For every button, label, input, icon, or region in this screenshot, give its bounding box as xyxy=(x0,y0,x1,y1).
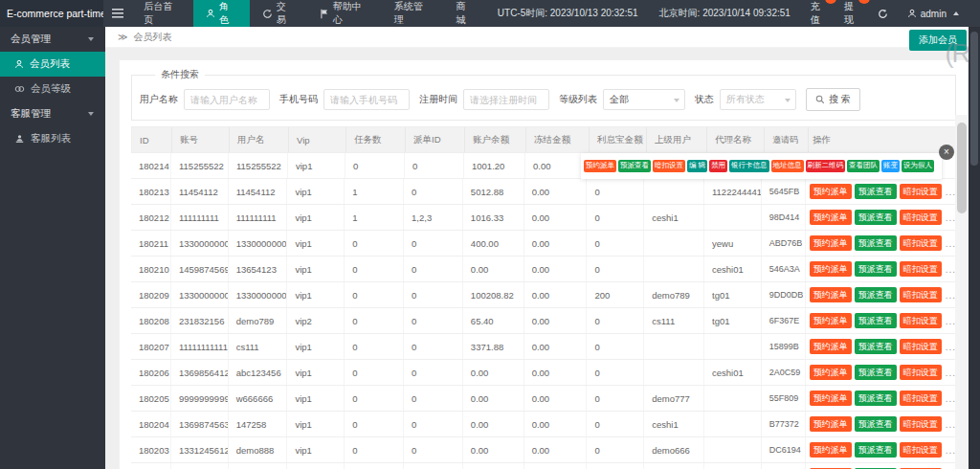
cell-tasks: 0 xyxy=(345,463,404,469)
recharge-label: 充值 xyxy=(811,1,820,25)
popup-action-dispatch-view-button[interactable]: 预派查看 xyxy=(618,160,651,172)
row-action-deduct-setting-button[interactable]: 暗扣设置 xyxy=(900,210,942,224)
select-value: 全部 xyxy=(610,93,629,106)
sidebar-item-member-list[interactable]: 会员列表 xyxy=(0,52,105,77)
link-icon xyxy=(14,84,25,94)
row-action-reserve-dispatch-button[interactable]: 预约派单 xyxy=(810,184,852,198)
row-action-dispatch-view-button[interactable]: 预派查看 xyxy=(855,210,897,224)
row-action-deduct-setting-button[interactable]: 暗扣设置 xyxy=(900,442,942,457)
row-action-deduct-setting-button[interactable]: 暗扣设置 xyxy=(900,391,942,405)
row-action-dispatch-view-button[interactable]: 预派查看 xyxy=(855,416,897,431)
row-action-deduct-setting-button[interactable]: 暗扣设置 xyxy=(900,339,942,353)
user-menu[interactable]: admin xyxy=(898,9,965,19)
cell-vip: vip1 xyxy=(288,153,345,178)
row-action-reserve-dispatch-button[interactable]: 预约派单 xyxy=(810,235,852,250)
page-scrollbar[interactable] xyxy=(969,27,980,469)
cell-account: 115255522 xyxy=(171,153,229,178)
cell-account: 133123123123 xyxy=(171,463,229,469)
popup-action-view-team-button[interactable]: 查看团队 xyxy=(847,160,880,172)
cell-invite-code: 15899B xyxy=(762,334,806,359)
top-menu-trade[interactable]: 交易 xyxy=(250,0,307,27)
top-menu-system[interactable]: 系统管理 xyxy=(382,0,444,27)
cell-actions: 预约派单预派查看暗扣设置... xyxy=(806,179,956,204)
table-scrollbar-thumb[interactable] xyxy=(957,123,967,213)
row-action-dispatch-view-button[interactable]: 预派查看 xyxy=(855,235,897,250)
row-action-dispatch-view-button[interactable]: 预派查看 xyxy=(855,442,897,457)
row-action-dispatch-view-button[interactable]: 预派查看 xyxy=(855,184,897,198)
top-menu-home[interactable]: 后台首页 xyxy=(131,0,193,27)
row-action-reserve-dispatch-button[interactable]: 预约派单 xyxy=(810,339,852,353)
row-action-deduct-setting-button[interactable]: 暗扣设置 xyxy=(900,313,942,327)
regtime-input[interactable] xyxy=(463,89,549,110)
sidebar-item-member-level[interactable]: 会员等级 xyxy=(0,77,105,101)
cell-interest: 0 xyxy=(587,437,644,462)
row-action-reserve-dispatch-button[interactable]: 预约派单 xyxy=(810,287,852,302)
row-action-reserve-dispatch-button[interactable]: 预约派单 xyxy=(810,442,852,457)
chevron-down-icon xyxy=(88,112,94,116)
recharge-link[interactable]: 充值0 xyxy=(801,0,835,27)
popup-action-refresh-qrcode-button[interactable]: 刷新二维码 xyxy=(806,160,846,172)
row-action-dispatch-view-button[interactable]: 预派查看 xyxy=(855,391,897,405)
search-field-username: 用户名称 xyxy=(140,89,270,110)
search-button[interactable]: 搜 索 xyxy=(806,88,860,111)
popup-action-account-change-button[interactable]: 账变 xyxy=(881,160,900,172)
row-action-reserve-dispatch-button[interactable]: 预约派单 xyxy=(810,416,852,431)
column-header-id: ID xyxy=(132,127,172,152)
cell-interest: 0 xyxy=(587,334,644,359)
row-action-dispatch-view-button[interactable]: 预派查看 xyxy=(855,287,897,302)
table-scrollbar[interactable] xyxy=(955,115,969,469)
withdraw-link[interactable]: 提现0 xyxy=(835,0,868,27)
row-action-reserve-dispatch-button[interactable]: 预约派单 xyxy=(810,365,852,379)
cell-vip: vip1 xyxy=(287,386,345,411)
page-scrollbar-thumb[interactable] xyxy=(970,32,978,166)
popup-action-disable-button[interactable]: 禁用 xyxy=(709,160,727,172)
row-action-deduct-setting-button[interactable]: 暗扣设置 xyxy=(900,416,942,431)
top-menu-role[interactable]: 角色 xyxy=(193,0,250,27)
popup-action-edit-button[interactable]: 编 辑 xyxy=(687,160,707,172)
level-select[interactable]: 全部 xyxy=(603,89,685,110)
row-action-deduct-setting-button[interactable]: 暗扣设置 xyxy=(900,365,942,379)
row-action-deduct-setting-button[interactable]: 暗扣设置 xyxy=(900,235,942,250)
row-action-dispatch-view-button[interactable]: 预派查看 xyxy=(855,339,897,353)
cell-frozen: 0.00 xyxy=(524,386,588,411)
sidebar-group-0[interactable]: 会员管理 xyxy=(0,27,105,52)
row-action-reserve-dispatch-button[interactable]: 预约派单 xyxy=(810,391,852,405)
row-action-reserve-dispatch-button[interactable]: 预约派单 xyxy=(810,210,852,224)
status-select[interactable]: 所有状态 xyxy=(720,89,796,110)
search-button-label: 搜 索 xyxy=(829,93,851,106)
row-action-deduct-setting-button[interactable]: 暗扣设置 xyxy=(900,261,942,276)
username-input[interactable] xyxy=(184,89,270,110)
table-row: 18020313312456123demo888vip1000.000.000d… xyxy=(131,437,956,463)
service-icon xyxy=(14,134,25,144)
row-action-dispatch-view-button[interactable]: 预派查看 xyxy=(855,365,897,379)
cell-account: 11454112 xyxy=(171,179,229,204)
app-logo: E-commerce part-time xyxy=(0,0,103,27)
row-action-deduct-setting-button[interactable]: 暗扣设置 xyxy=(900,287,942,302)
top-menu-help[interactable]: 帮助中心 xyxy=(307,0,382,27)
close-icon[interactable]: × xyxy=(939,145,954,160)
sidebar-group-1[interactable]: 客服管理 xyxy=(0,101,105,126)
popup-action-reserve-dispatch-button[interactable]: 预约派单 xyxy=(584,160,616,172)
popup-action-set-dummy-button[interactable]: 设为假人 xyxy=(902,160,934,172)
popup-action-deduct-setting-button[interactable]: 暗扣设置 xyxy=(653,160,685,172)
sidebar-item-service-list[interactable]: 客服列表 xyxy=(0,126,105,151)
cell-tasks: 0 xyxy=(345,282,404,307)
utc-time: UTC-5时间: 2023/10/13 20:32:51 xyxy=(487,7,649,20)
popup-action-address-info-button[interactable]: 地址信息 xyxy=(771,160,804,172)
add-member-button[interactable]: 添加会员 xyxy=(909,30,967,51)
cell-balance: 3371.88 xyxy=(463,334,524,359)
breadcrumb-prefix-icon: ≫ xyxy=(118,32,127,42)
refresh-icon[interactable] xyxy=(868,9,898,19)
cell-agent-name: tg01 xyxy=(704,282,762,307)
cell-balance: 0.00 xyxy=(463,386,524,411)
top-menu-mall[interactable]: 商城 xyxy=(443,0,486,27)
row-action-deduct-setting-button[interactable]: 暗扣设置 xyxy=(900,184,942,198)
hamburger-icon[interactable] xyxy=(103,0,131,27)
cell-parent-user xyxy=(644,179,704,204)
phone-input[interactable] xyxy=(323,89,410,110)
row-action-reserve-dispatch-button[interactable]: 预约派单 xyxy=(810,261,852,276)
popup-action-bank-info-button[interactable]: 银行卡信息 xyxy=(729,160,769,172)
row-action-dispatch-view-button[interactable]: 预派查看 xyxy=(855,261,897,276)
row-action-reserve-dispatch-button[interactable]: 预约派单 xyxy=(810,313,852,327)
row-action-dispatch-view-button[interactable]: 预派查看 xyxy=(855,313,897,327)
